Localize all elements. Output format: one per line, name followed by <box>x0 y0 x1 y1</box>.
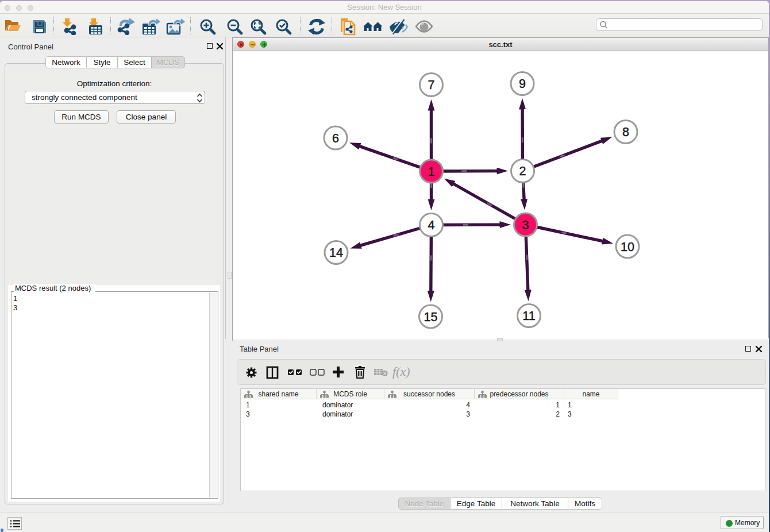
svg-text:4: 4 <box>428 218 435 232</box>
svg-text:9: 9 <box>519 77 526 91</box>
svg-text:1: 1 <box>428 165 435 179</box>
svg-text:10: 10 <box>621 240 634 254</box>
svg-text:15: 15 <box>424 310 438 324</box>
svg-text:14: 14 <box>329 246 343 260</box>
svg-text:11: 11 <box>522 309 535 323</box>
svg-text:6: 6 <box>332 132 339 145</box>
svg-text:3: 3 <box>522 218 529 232</box>
svg-text:8: 8 <box>622 125 629 139</box>
svg-text:7: 7 <box>428 78 435 92</box>
svg-text:2: 2 <box>519 164 526 178</box>
